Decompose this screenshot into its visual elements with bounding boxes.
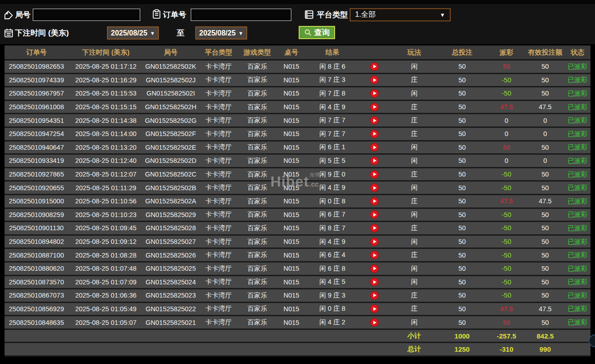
- column-header: 平台类型: [198, 48, 239, 57]
- cell-total-bet: 50: [437, 278, 487, 286]
- cell-play-type: 闲: [392, 183, 437, 192]
- platform-type-value: 1.全部: [355, 10, 376, 20]
- cell-status: 已派彩: [564, 130, 590, 138]
- cell-replay: [357, 170, 392, 179]
- replay-video-button[interactable]: [370, 89, 379, 98]
- subtotal-row: 小计 1000 -257.5 842.5: [5, 330, 590, 344]
- table-row: 2508250108806202025-08-25 01:07:48GN0152…: [5, 263, 590, 276]
- cell-round-id: GN0152582502C: [143, 171, 198, 178]
- replay-video-button[interactable]: [370, 116, 379, 125]
- cell-replay: [357, 130, 392, 138]
- column-header: 游戏类型: [239, 48, 275, 57]
- cell-valid-bet: 50: [526, 238, 564, 245]
- cell-valid-bet: 50: [526, 63, 564, 70]
- cell-table-no: N015: [275, 252, 307, 259]
- cell-platform: 卡卡湾厅: [198, 183, 239, 192]
- cell-bet-time: 2025-08-25 01:15:15: [68, 103, 143, 111]
- search-button[interactable]: 查询: [299, 26, 335, 39]
- replay-video-button[interactable]: [370, 197, 379, 206]
- cell-result: 闲 4 庄 9: [307, 238, 357, 246]
- cell-valid-bet: 0: [526, 130, 564, 137]
- cell-payout: 50: [487, 144, 526, 151]
- table-row: 2508250109472542025-08-25 01:14:00GN0152…: [5, 128, 590, 142]
- replay-video-button[interactable]: [370, 238, 379, 246]
- cell-total-bet: 50: [437, 305, 487, 313]
- replay-video-button[interactable]: [370, 62, 379, 71]
- round-number-input[interactable]: [33, 9, 140, 21]
- cell-order-id: 250825010915000: [5, 197, 68, 205]
- cell-round-id: GN01525825024: [143, 278, 198, 286]
- cell-valid-bet: 47.5: [526, 103, 564, 111]
- replay-video-button[interactable]: [370, 251, 379, 259]
- table-row: 2508250109543512025-08-25 01:14:38GN0152…: [5, 114, 590, 128]
- replay-video-button[interactable]: [370, 130, 379, 138]
- replay-video-button[interactable]: [370, 103, 379, 111]
- cell-replay: [357, 210, 392, 219]
- replay-video-button[interactable]: [370, 264, 379, 273]
- cell-payout: -50: [487, 252, 526, 259]
- cell-round-id: GN0152582502F: [143, 130, 198, 137]
- cell-status: 已派彩: [564, 183, 590, 192]
- cell-game-type: 百家乐: [239, 130, 275, 138]
- table-row: 2508250108871002025-08-25 01:08:28GN0152…: [5, 249, 590, 263]
- cell-total-bet: 50: [437, 76, 487, 84]
- cell-round-id: GN01525825021: [143, 319, 198, 326]
- cell-total-bet: 50: [437, 157, 487, 164]
- replay-video-button[interactable]: [370, 291, 379, 300]
- platform-type-label: 平台类型: [317, 10, 348, 20]
- cell-bet-time: 2025-08-25 01:16:29: [68, 76, 143, 84]
- total-bet: 1250: [437, 345, 487, 353]
- chevron-down-icon: ▼: [239, 30, 244, 36]
- replay-video-button[interactable]: [370, 224, 379, 233]
- cell-game-type: 百家乐: [239, 304, 275, 313]
- cell-payout: -50: [487, 292, 526, 299]
- cell-round-id: GN01525825028: [143, 224, 198, 232]
- cell-valid-bet: 50: [526, 224, 564, 232]
- replay-video-button[interactable]: [370, 278, 379, 286]
- cell-payout: 50: [487, 319, 526, 326]
- replay-video-button[interactable]: [370, 170, 379, 179]
- cell-order-id: 250825010967957: [5, 90, 68, 97]
- cell-total-bet: 50: [437, 130, 487, 137]
- cell-table-no: N015: [275, 157, 307, 164]
- cell-replay: [357, 89, 392, 98]
- cell-game-type: 百家乐: [239, 157, 275, 165]
- date-to-picker[interactable]: 2025/08/25 ▼: [195, 26, 247, 40]
- cell-total-bet: 50: [437, 63, 487, 70]
- column-header: 派彩: [487, 48, 526, 57]
- cell-total-bet: 50: [437, 144, 487, 151]
- cell-status: 已派彩: [564, 238, 590, 246]
- replay-video-button[interactable]: [370, 318, 379, 327]
- cell-game-type: 百家乐: [239, 278, 275, 286]
- cell-play-type: 庄: [392, 304, 437, 313]
- cell-game-type: 百家乐: [239, 197, 275, 206]
- cell-total-bet: 50: [437, 238, 487, 245]
- cell-status: 已派彩: [564, 157, 590, 165]
- cell-game-type: 百家乐: [239, 318, 275, 327]
- cell-order-id: 250825010920655: [5, 184, 68, 192]
- column-header: 桌号: [275, 48, 307, 57]
- cell-status: 已派彩: [564, 197, 590, 206]
- replay-video-button[interactable]: [370, 304, 379, 313]
- replay-video-button[interactable]: [370, 76, 379, 84]
- platform-type-select[interactable]: 1.全部 ▼: [350, 8, 451, 21]
- cell-platform: 卡卡湾厅: [198, 143, 239, 152]
- order-number-input[interactable]: [191, 9, 291, 21]
- cell-order-id: 250825010901130: [5, 224, 68, 232]
- cell-payout: -50: [487, 171, 526, 178]
- cell-status: 已派彩: [564, 251, 590, 259]
- date-from-picker[interactable]: 2025/08/25 ▼: [107, 26, 159, 40]
- cell-table-no: N015: [275, 90, 307, 97]
- table-row: 2508250109206552025-08-25 01:11:29GN0152…: [5, 182, 590, 195]
- replay-video-button[interactable]: [370, 183, 379, 192]
- cell-play-type: 闲: [392, 318, 437, 327]
- table-row: 2508250108486352025-08-25 01:05:07GN0152…: [5, 316, 590, 330]
- cell-bet-time: 2025-08-25 01:13:20: [68, 144, 143, 151]
- replay-video-button[interactable]: [370, 157, 379, 165]
- replay-video-button[interactable]: [370, 143, 379, 152]
- cell-result: 闲 9 庄 0: [307, 170, 357, 179]
- cell-valid-bet: 47.5: [526, 197, 564, 205]
- cell-platform: 卡卡湾厅: [198, 278, 239, 286]
- replay-video-button[interactable]: [370, 210, 379, 219]
- cell-table-no: N015: [275, 224, 307, 232]
